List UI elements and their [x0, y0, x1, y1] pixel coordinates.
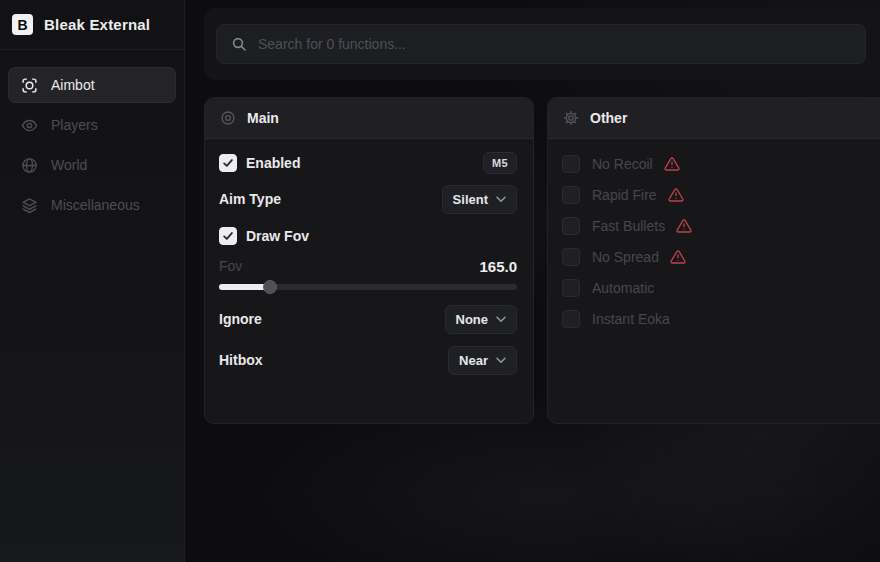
- feature-label: Fast Bullets: [592, 218, 665, 234]
- ignore-value: None: [456, 312, 489, 327]
- keybind-badge[interactable]: M5: [483, 152, 517, 174]
- warning-triangle-icon: [676, 218, 692, 234]
- fov-label: Fov: [219, 258, 242, 274]
- sidebar-item-miscellaneous[interactable]: Miscellaneous: [8, 187, 176, 223]
- feature-label: Automatic: [592, 280, 654, 296]
- feature-label: Instant Eoka: [592, 311, 670, 327]
- target-icon: [220, 110, 236, 126]
- enabled-row: Enabled M5: [219, 151, 517, 175]
- sidebar-item-world[interactable]: World: [8, 147, 176, 183]
- draw-fov-row: Draw Fov: [219, 225, 517, 247]
- chevron-down-icon: [496, 357, 506, 364]
- search-box[interactable]: [216, 24, 866, 64]
- no-recoil-checkbox[interactable]: [562, 155, 580, 173]
- aim-type-label: Aim Type: [219, 191, 281, 207]
- app-title: Bleak External: [44, 16, 150, 33]
- aim-type-row: Aim Type Silent: [219, 186, 517, 212]
- feature-row-rapid-fire: Rapid Fire: [562, 184, 880, 206]
- instant-eoka-checkbox[interactable]: [562, 310, 580, 328]
- feature-row-fast-bullets: Fast Bullets: [562, 215, 880, 237]
- ignore-label: Ignore: [219, 311, 262, 327]
- sidebar-item-label: Miscellaneous: [51, 197, 140, 213]
- sidebar-item-label: Aimbot: [51, 77, 95, 93]
- sidebar-item-players[interactable]: Players: [8, 107, 176, 143]
- aim-type-value: Silent: [453, 192, 488, 207]
- layers-icon: [21, 197, 38, 214]
- hitbox-row: Hitbox Near: [219, 347, 517, 373]
- sidebar-item-label: Players: [51, 117, 98, 133]
- feature-label: Rapid Fire: [592, 187, 657, 203]
- sidebar-header: B Bleak External: [0, 0, 184, 50]
- feature-row-no-recoil: No Recoil: [562, 153, 880, 175]
- eye-icon: [21, 117, 38, 134]
- hitbox-dropdown[interactable]: Near: [448, 346, 517, 375]
- feature-row-no-spread: No Spread: [562, 246, 880, 268]
- sidebar-item-aimbot[interactable]: Aimbot: [8, 67, 176, 103]
- ignore-dropdown[interactable]: None: [445, 305, 518, 334]
- panel-other-header: Other: [548, 98, 880, 139]
- fov-value: 165.0: [479, 258, 517, 275]
- sidebar-nav: Aimbot Players: [0, 50, 184, 223]
- fov-row: Fov 165.0: [219, 257, 517, 275]
- app-window: B Bleak External Aimbot: [0, 0, 880, 562]
- warning-triangle-icon: [668, 187, 684, 203]
- fast-bullets-checkbox[interactable]: [562, 217, 580, 235]
- enabled-label: Enabled: [246, 155, 300, 171]
- fov-slider-thumb[interactable]: [263, 280, 277, 294]
- gear-icon: [563, 110, 579, 126]
- ignore-row: Ignore None: [219, 306, 517, 332]
- globe-icon: [21, 157, 38, 174]
- crosshair-scan-icon: [21, 77, 38, 94]
- fov-slider[interactable]: [219, 280, 517, 294]
- app-logo: B: [12, 14, 33, 35]
- warning-triangle-icon: [664, 156, 680, 172]
- search-panel: [204, 8, 880, 80]
- draw-fov-checkbox[interactable]: [219, 227, 237, 245]
- draw-fov-label: Draw Fov: [246, 228, 309, 244]
- hitbox-value: Near: [459, 353, 488, 368]
- feature-row-instant-eoka: Instant Eoka: [562, 308, 880, 330]
- panel-main-header: Main: [205, 98, 533, 139]
- no-spread-checkbox[interactable]: [562, 248, 580, 266]
- panel-other: Other No Recoil Rapid Fire Fast Bullets: [547, 97, 880, 424]
- panel-title: Other: [590, 110, 627, 126]
- panel-title: Main: [247, 110, 279, 126]
- feature-label: No Spread: [592, 249, 659, 265]
- search-input[interactable]: [258, 36, 851, 52]
- automatic-checkbox[interactable]: [562, 279, 580, 297]
- other-feature-list: No Recoil Rapid Fire Fast Bullets: [562, 153, 880, 339]
- enabled-checkbox[interactable]: [219, 154, 237, 172]
- feature-row-automatic: Automatic: [562, 277, 880, 299]
- chevron-down-icon: [496, 196, 506, 203]
- chevron-down-icon: [496, 316, 506, 323]
- sidebar-item-label: World: [51, 157, 87, 173]
- rapid-fire-checkbox[interactable]: [562, 186, 580, 204]
- sidebar: B Bleak External Aimbot: [0, 0, 185, 562]
- hitbox-label: Hitbox: [219, 352, 263, 368]
- aim-type-dropdown[interactable]: Silent: [442, 185, 517, 214]
- warning-triangle-icon: [670, 249, 686, 265]
- search-icon: [231, 36, 247, 52]
- panel-main: Main Enabled M5 Aim Type Silent: [204, 97, 534, 424]
- feature-label: No Recoil: [592, 156, 653, 172]
